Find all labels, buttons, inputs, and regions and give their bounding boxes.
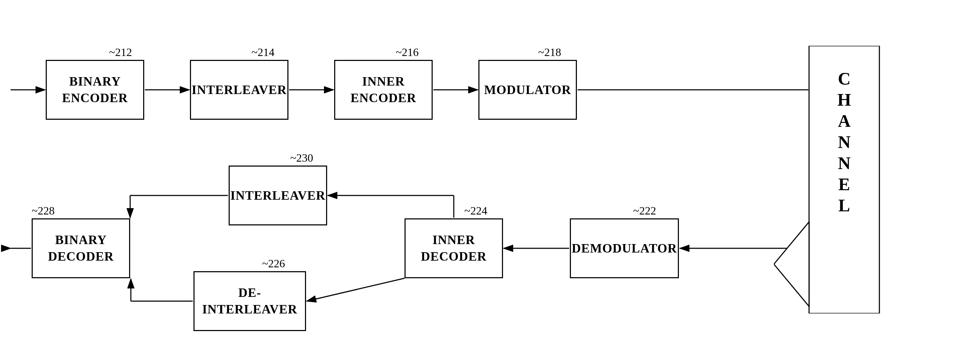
ref-218: ~218 <box>538 46 561 59</box>
ref-226: ~226 <box>262 257 285 270</box>
binary-encoder-block: BINARYENCODER <box>46 60 144 120</box>
ref-228: ~228 <box>32 204 54 217</box>
binary-decoder-label: BINARYDECODER <box>48 232 114 265</box>
interleaver-bot-label: INTERLEAVER <box>231 187 325 204</box>
svg-text:E: E <box>838 174 850 194</box>
de-interleaver-block: DE-INTERLEAVER <box>194 271 306 331</box>
ref-222: ~222 <box>633 204 656 217</box>
ref-230: ~230 <box>290 152 313 165</box>
svg-text:L: L <box>838 195 850 215</box>
interleaver-top-block: INTERLEAVER <box>190 60 288 120</box>
interleaver-top-label: INTERLEAVER <box>192 82 287 98</box>
interleaver-bot-block: INTERLEAVER <box>229 166 327 225</box>
modulator-label: MODULATOR <box>484 82 571 98</box>
demodulator-block: DEMODULATOR <box>570 218 679 278</box>
demodulator-label: DEMODULATOR <box>572 240 677 257</box>
ref-212: ~212 <box>109 46 132 59</box>
binary-decoder-block: BINARYDECODER <box>32 218 130 278</box>
binary-encoder-label: BINARYENCODER <box>62 73 128 106</box>
channel-arrow-svg: C H A N N E L <box>774 46 957 313</box>
svg-text:N: N <box>838 132 851 152</box>
modulator-block: MODULATOR <box>478 60 577 120</box>
svg-text:C: C <box>838 69 851 88</box>
svg-marker-25 <box>774 222 809 307</box>
ref-224: ~224 <box>465 204 487 217</box>
ref-214: ~214 <box>251 46 274 59</box>
svg-text:A: A <box>838 111 851 131</box>
inner-encoder-label: INNERENCODER <box>350 73 416 106</box>
svg-text:H: H <box>838 90 851 110</box>
de-interleaver-label: DE-INTERLEAVER <box>194 284 305 318</box>
svg-line-11 <box>307 278 404 301</box>
inner-decoder-block: INNERDECODER <box>404 218 503 278</box>
diagram: C H A N N E L BINARYENCODER ~212 INTERLE… <box>0 0 980 361</box>
inner-decoder-label: INNERDECODER <box>421 232 487 265</box>
svg-text:N: N <box>838 153 851 173</box>
ref-216: ~216 <box>396 46 418 59</box>
inner-encoder-block: INNERENCODER <box>334 60 433 120</box>
